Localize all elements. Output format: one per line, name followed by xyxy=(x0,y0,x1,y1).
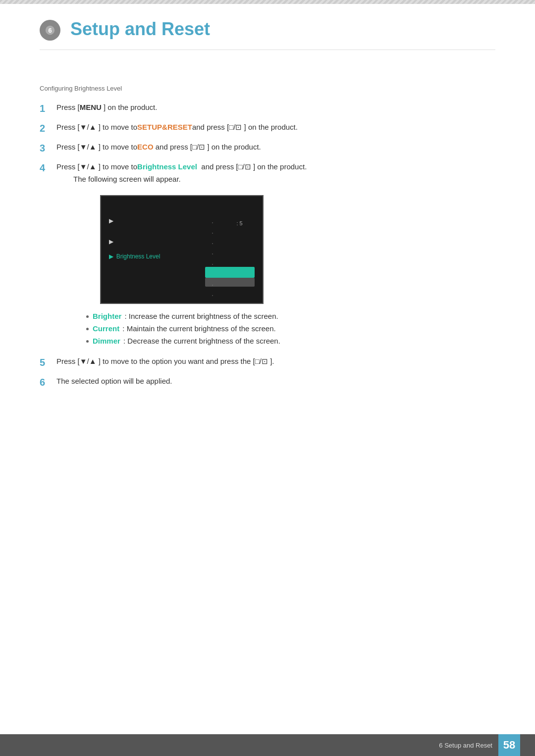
header-divider xyxy=(40,50,495,50)
step-text-4: Press [▼/▲ ] to move toBrightness Level … xyxy=(56,162,307,171)
screen-top-label: : 5 xyxy=(236,220,242,226)
top-stripe xyxy=(0,0,535,4)
page-title: Setup and Reset xyxy=(70,19,210,40)
step-text-5: Press [▼/▲ ] to move to the option you w… xyxy=(56,356,274,367)
screen-inner: : 5 xyxy=(101,213,263,304)
brightness-level-screen-label: Brightness Level xyxy=(116,253,160,260)
bullet-current: Current : Maintain the current brightnes… xyxy=(86,324,307,333)
bullet-dimmer-text: Dimmer : Decrease the current brightness… xyxy=(93,337,280,345)
dot3 xyxy=(212,243,213,244)
icon-shape: 6 xyxy=(45,25,55,36)
bullet-current-text: Current : Maintain the current brightnes… xyxy=(93,324,276,333)
step-1: 1 Press [MENU ] on the product. xyxy=(40,102,495,115)
term-brighter: Brighter xyxy=(93,312,121,320)
dot1 xyxy=(212,222,213,223)
term-dimmer: Dimmer xyxy=(93,337,120,345)
step-6: 6 The selected option will be applied. xyxy=(40,376,495,389)
screen-separator xyxy=(212,213,213,304)
step-number-4: 4 xyxy=(40,161,51,174)
arrow-icon-brightness: ▶ xyxy=(109,253,113,260)
dot4 xyxy=(212,253,213,254)
svg-text:6: 6 xyxy=(48,27,52,34)
step-number-5: 5 xyxy=(40,356,51,369)
footer-section-label: 6 Setup and Reset xyxy=(439,742,492,749)
steps-list: 1 Press [MENU ] on the product. 2 Press … xyxy=(40,102,495,389)
eco-label: ECO xyxy=(137,143,154,151)
step-5: 5 Press [▼/▲ ] to move to the option you… xyxy=(40,356,495,369)
header: 6 Setup and Reset xyxy=(0,4,535,41)
menu-key: MENU xyxy=(80,103,102,111)
bullet-dimmer: Dimmer : Decrease the current brightness… xyxy=(86,337,307,345)
screen-mockup: : 5 xyxy=(100,195,264,304)
screen-gray-bar xyxy=(205,278,255,287)
section-label: Configuring Brightness Level xyxy=(40,85,495,92)
bullet-brighter: Brighter : Increase the current brightne… xyxy=(86,312,307,320)
bullet-dot-1 xyxy=(86,315,89,318)
step-4-content: Press [▼/▲ ] to move toBrightness Level … xyxy=(56,161,307,349)
step-3: 3 Press [▼/▲ ] to move toECO and press [… xyxy=(40,142,495,154)
step-2: 2 Press [▼/▲ ] to move toSETUP&RESETand … xyxy=(40,122,495,135)
footer-page-number: 58 xyxy=(498,734,520,756)
step-text-3: Press [▼/▲ ] to move toECO and press [□/… xyxy=(56,142,261,153)
main-content: Configuring Brightness Level 1 Press [ME… xyxy=(0,70,535,389)
chapter-icon: 6 xyxy=(40,20,60,41)
step-number-1: 1 xyxy=(40,102,51,115)
setup-reset-label: SETUP&RESET xyxy=(137,123,192,131)
arrow-icon-1: ▶ xyxy=(109,217,113,224)
term-current: Current xyxy=(93,324,119,333)
step-text-2: Press [▼/▲ ] to move toSETUP&RESETand pr… xyxy=(56,122,298,133)
step-4: 4 Press [▼/▲ ] to move toBrightness Leve… xyxy=(40,161,495,349)
screen-container: : 5 xyxy=(56,195,307,304)
bullet-dot-2 xyxy=(86,328,89,330)
bullet-dot-3 xyxy=(86,340,89,343)
bullet-list: Brighter : Increase the current brightne… xyxy=(86,312,307,345)
screen-menu-item-2: ▶ xyxy=(101,234,263,249)
bullet-brighter-text: Brighter : Increase the current brightne… xyxy=(93,312,278,320)
screen-menu-item-brightness: ▶ Brightness Level xyxy=(101,249,263,264)
brightness-level-label: Brightness Level xyxy=(137,162,197,171)
step-number-2: 2 xyxy=(40,122,51,135)
step-text-1: Press [MENU ] on the product. xyxy=(56,102,157,113)
step-number-6: 6 xyxy=(40,376,51,389)
arrow-icon-2: ▶ xyxy=(109,238,113,245)
sub-step-4: The following screen will appear. xyxy=(73,175,307,183)
spacer xyxy=(101,228,263,234)
dot2 xyxy=(212,233,213,234)
footer: 6 Setup and Reset 58 xyxy=(0,734,535,756)
step-text-6: The selected option will be applied. xyxy=(56,376,172,387)
dot8 xyxy=(212,295,213,296)
dot5 xyxy=(212,264,213,265)
screen-highlight-bar xyxy=(205,267,255,278)
step-number-3: 3 xyxy=(40,142,51,154)
